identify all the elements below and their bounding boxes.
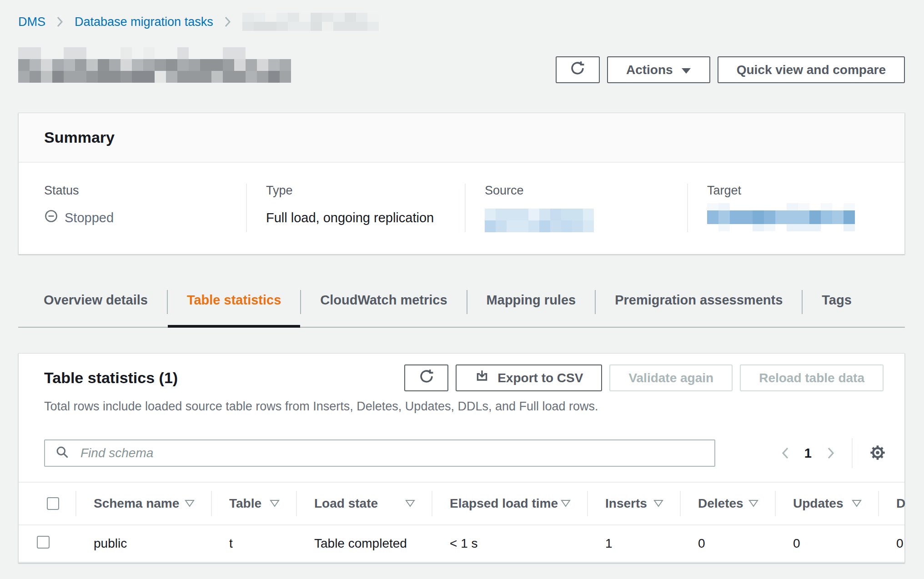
cell-table: t <box>211 536 296 551</box>
reload-table-data-button[interactable]: Reload table data <box>740 364 884 391</box>
type-value: Full load, ongoing replication <box>266 209 465 227</box>
sort-icon <box>270 496 280 511</box>
page-header-actions: Actions Quick view and compare <box>556 56 905 83</box>
status-label: Status <box>44 184 246 198</box>
type-label: Type <box>266 184 465 198</box>
cell-deletes: 0 <box>680 536 775 551</box>
status-value: Stopped <box>65 210 114 225</box>
table-statistics-card: Table statistics (1) Export to CSV Valid… <box>18 353 905 563</box>
table-row[interactable]: public t Table completed < 1 s 1 0 0 0 <box>19 525 904 563</box>
source-value-redacted <box>485 209 594 232</box>
summary-field-target: Target <box>687 184 904 232</box>
search-box <box>44 439 715 467</box>
cell-inserts: 1 <box>587 536 680 551</box>
settings-button[interactable] <box>864 439 892 467</box>
validate-again-button[interactable]: Validate again <box>609 364 733 391</box>
table-actions: Export to CSV Validate again Reload tabl… <box>404 364 884 391</box>
select-all-checkbox[interactable] <box>47 497 59 510</box>
summary-field-type: Type Full load, ongoing replication <box>246 184 465 232</box>
column-header-schema-name[interactable]: Schema name <box>75 483 211 524</box>
column-header-updates[interactable]: Updates <box>775 483 878 524</box>
tab-mapping-rules[interactable]: Mapping rules <box>467 286 595 327</box>
column-header-inserts[interactable]: Inserts <box>587 483 680 524</box>
select-all-cell <box>19 483 75 524</box>
sort-icon <box>185 496 195 511</box>
cell-updates: 0 <box>775 536 878 551</box>
summary-header: Summary <box>19 113 904 163</box>
cell-schema-name: public <box>75 536 211 551</box>
table-header-row: Schema name Table Load state Elapsed loa… <box>19 483 904 525</box>
table-toolbar: 1 <box>19 414 904 468</box>
chevron-right-icon <box>56 16 64 28</box>
refresh-icon <box>570 60 585 79</box>
previous-page-button[interactable] <box>773 440 797 466</box>
reload-button-label: Reload table data <box>759 371 864 385</box>
pagination: 1 <box>773 438 892 468</box>
chevron-right-icon <box>224 16 231 28</box>
stopped-icon <box>44 209 58 226</box>
sort-icon <box>405 496 415 511</box>
breadcrumb-link-tasks[interactable]: Database migration tasks <box>75 15 213 29</box>
actions-button[interactable]: Actions <box>607 56 710 83</box>
source-label: Source <box>485 184 687 198</box>
tab-bar: Overview details Table statistics CloudW… <box>18 286 905 328</box>
caret-down-icon <box>681 63 691 77</box>
target-value-redacted <box>707 203 855 231</box>
row-select-cell <box>19 536 75 552</box>
page-header: Actions Quick view and compare <box>18 45 905 85</box>
search-icon <box>55 445 70 461</box>
tab-tags[interactable]: Tags <box>803 286 871 327</box>
page: DMS Database migration tasks Actions <box>18 0 905 563</box>
gear-icon <box>869 444 887 463</box>
table-statistics-description: Total rows include loaded source table r… <box>19 391 904 414</box>
sort-icon <box>561 496 571 511</box>
table-statistics-title: Table statistics (1) <box>44 369 178 387</box>
table-statistics-table: Schema name Table Load state Elapsed loa… <box>19 482 904 563</box>
tab-cloudwatch-metrics[interactable]: CloudWatch metrics <box>301 286 466 327</box>
page-title-redacted <box>18 47 291 83</box>
export-to-csv-button[interactable]: Export to CSV <box>456 364 602 391</box>
tab-table-statistics[interactable]: Table statistics <box>168 286 300 327</box>
next-page-button[interactable] <box>819 440 843 466</box>
quick-view-button-label: Quick view and compare <box>737 63 886 77</box>
breadcrumb-link-dms[interactable]: DMS <box>18 15 45 29</box>
sort-icon <box>748 496 758 511</box>
pagination-divider <box>852 438 853 468</box>
sort-icon <box>653 496 663 511</box>
row-checkbox[interactable] <box>37 536 50 549</box>
summary-fields: Status Stopped Type Full load, ongoing r… <box>19 163 904 254</box>
sort-icon <box>852 496 862 511</box>
column-header-elapsed-load-time[interactable]: Elapsed load time <box>432 483 587 524</box>
refresh-button[interactable] <box>556 56 600 83</box>
column-header-ddls-clipped[interactable]: D <box>878 483 913 524</box>
summary-field-source: Source <box>465 184 687 232</box>
download-icon <box>475 369 489 387</box>
cell-load-state: Table completed <box>296 536 432 551</box>
tab-premigration-assessments[interactable]: Premigration assessments <box>596 286 802 327</box>
actions-button-label: Actions <box>626 63 673 77</box>
column-header-load-state[interactable]: Load state <box>296 483 432 524</box>
search-input[interactable] <box>80 446 704 460</box>
tab-overview-details[interactable]: Overview details <box>18 286 167 327</box>
quick-view-and-compare-button[interactable]: Quick view and compare <box>718 56 905 83</box>
validate-button-label: Validate again <box>628 371 713 385</box>
summary-title: Summary <box>44 129 879 146</box>
refresh-icon <box>419 369 434 387</box>
table-refresh-button[interactable] <box>404 364 448 391</box>
export-button-label: Export to CSV <box>497 371 583 385</box>
summary-card: Summary Status Stopped Type Full load, o… <box>18 113 905 255</box>
column-header-deletes[interactable]: Deletes <box>680 483 775 524</box>
target-label: Target <box>707 184 904 198</box>
cell-ddls-clipped: 0 <box>878 536 904 551</box>
column-header-table[interactable]: Table <box>211 483 296 524</box>
cell-elapsed-load-time: < 1 s <box>432 536 587 551</box>
breadcrumb: DMS Database migration tasks <box>18 0 905 31</box>
breadcrumb-current-redacted <box>242 13 379 31</box>
summary-field-status: Status Stopped <box>19 184 246 232</box>
current-page-number[interactable]: 1 <box>797 446 819 461</box>
